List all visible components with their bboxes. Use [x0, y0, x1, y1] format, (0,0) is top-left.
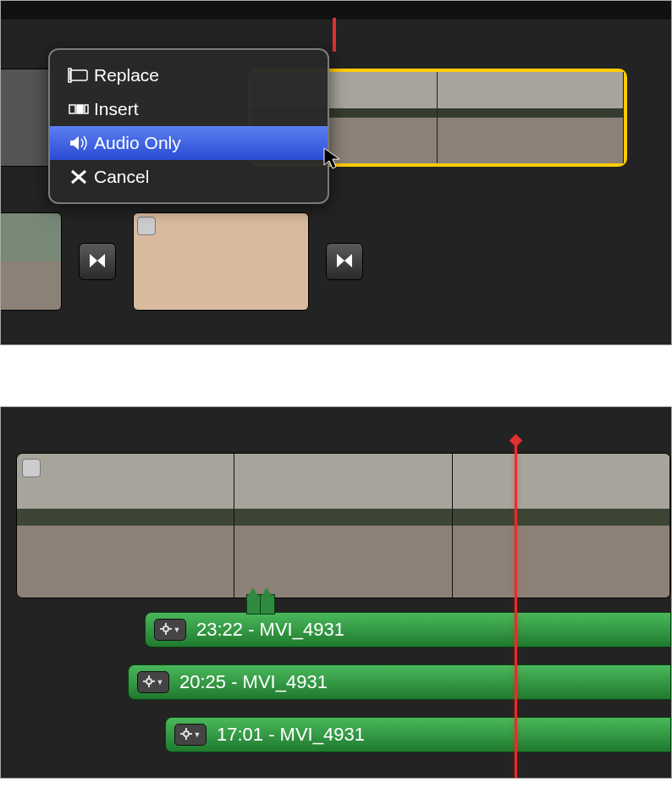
playhead-indicator[interactable]: [515, 441, 517, 779]
audio-clip-bar[interactable]: ▼ 23:22 - MVI_4931: [145, 612, 671, 647]
audio-clip-label: 20:25 - MVI_4931: [179, 671, 328, 693]
audio-clip-bar[interactable]: ▼ 20:25 - MVI_4931: [128, 664, 671, 700]
menu-item-label: Audio Only: [94, 133, 314, 153]
svg-point-5: [163, 626, 168, 631]
close-x-icon: [63, 168, 94, 186]
video-frame-thumb: [453, 454, 670, 598]
video-clip-thumb[interactable]: [0, 212, 62, 311]
dropdown-triangle-icon: ▼: [194, 730, 201, 739]
transition-button[interactable]: [79, 243, 116, 280]
timeline-panel-bottom: ▼ 23:22 - MVI_4931 ▼ 20:25 - MVI_4931: [0, 406, 672, 779]
insert-icon: [63, 100, 94, 118]
menu-item-insert[interactable]: Insert: [50, 92, 328, 126]
clip-action-menu-button[interactable]: ▼: [174, 724, 207, 746]
audio-track[interactable]: ▼ 23:22 - MVI_4931: [145, 609, 671, 650]
audio-pin-icon: [260, 584, 273, 614]
clip-action-menu-button[interactable]: ▼: [137, 671, 169, 693]
audio-pin-icon: [246, 584, 260, 614]
dropdown-triangle-icon: ▼: [157, 678, 164, 686]
clip-action-menu-button[interactable]: ▼: [154, 619, 186, 641]
audio-clip-bar[interactable]: ▼ 17:01 - MVI_4931: [165, 717, 671, 752]
gear-icon: [180, 728, 192, 742]
video-clip-thumb[interactable]: [133, 212, 309, 311]
dropdown-triangle-icon: ▼: [174, 625, 181, 634]
transition-icon: [334, 251, 355, 273]
svg-rect-2: [69, 105, 75, 113]
audio-track[interactable]: ▼ 17:01 - MVI_4931: [165, 714, 671, 755]
replace-icon: [63, 66, 94, 85]
transition-icon: [87, 251, 107, 273]
clip-pin-badge: [22, 459, 41, 477]
menu-item-label: Cancel: [94, 167, 314, 187]
video-frame-thumb: [17, 454, 234, 598]
svg-point-10: [146, 679, 151, 684]
playhead-indicator[interactable]: [333, 18, 336, 52]
clip-pin-badge: [137, 217, 156, 235]
menu-item-cancel[interactable]: Cancel: [50, 160, 328, 194]
video-frame-thumb: [234, 454, 452, 598]
svg-rect-0: [70, 70, 87, 80]
filmstrip-top-edge: [0, 0, 672, 19]
transition-button[interactable]: [326, 243, 363, 280]
video-clip-thumb[interactable]: [438, 72, 624, 163]
timeline-panel-top: Replace Insert Audio Only Cancel: [0, 0, 672, 345]
video-clip-strip[interactable]: [16, 453, 671, 598]
mouse-cursor-icon: [322, 146, 341, 173]
menu-item-label: Replace: [94, 65, 314, 85]
gear-icon: [143, 675, 155, 690]
audio-tracks-container: ▼ 23:22 - MVI_4931 ▼ 20:25 - MVI_4931: [145, 598, 671, 755]
speaker-icon: [63, 134, 94, 152]
audio-track[interactable]: ▼ 20:25 - MVI_4931: [128, 662, 671, 703]
audio-clip-label: 17:01 - MVI_4931: [217, 724, 365, 746]
timeline-row-2: [0, 211, 672, 312]
menu-item-replace[interactable]: Replace: [50, 58, 328, 92]
svg-rect-3: [77, 105, 83, 113]
gear-icon: [160, 623, 172, 637]
audio-clip-label: 23:22 - MVI_4931: [196, 619, 344, 641]
svg-point-15: [184, 731, 189, 736]
menu-item-audio-only[interactable]: Audio Only: [50, 126, 328, 160]
menu-item-label: Insert: [94, 99, 314, 119]
svg-rect-4: [85, 105, 88, 113]
drop-context-menu: Replace Insert Audio Only Cancel: [48, 48, 329, 204]
